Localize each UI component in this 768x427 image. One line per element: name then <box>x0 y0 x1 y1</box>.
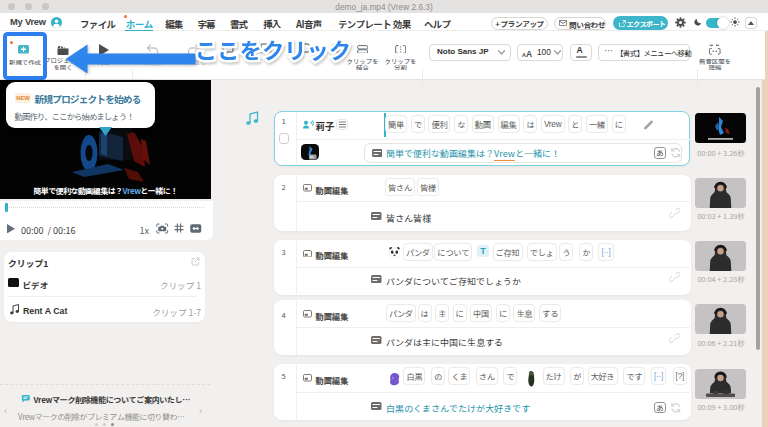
svg-text:ここをクリック: ここをクリック <box>195 33 351 65</box>
